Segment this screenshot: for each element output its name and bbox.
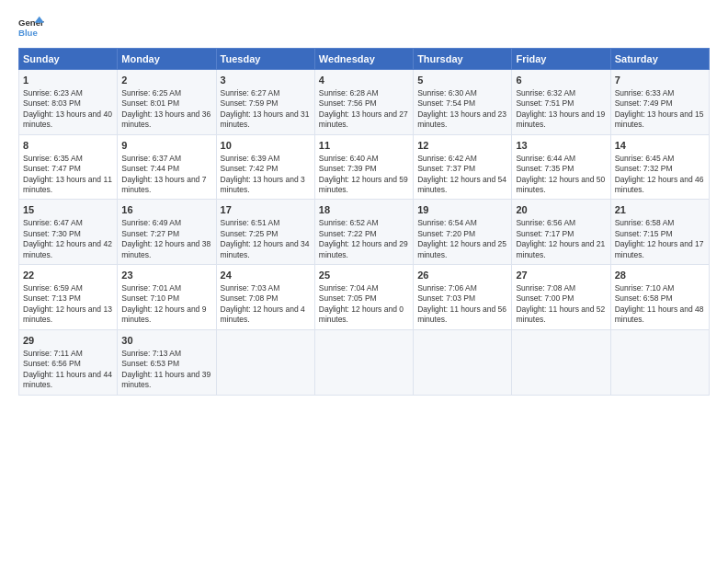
calendar-cell: 4Sunrise: 6:28 AMSunset: 7:56 PMDaylight… [314, 70, 413, 135]
sunset: Sunset: 7:00 PM [516, 293, 574, 303]
svg-text:Blue: Blue [18, 28, 38, 38]
sunrise: Sunrise: 6:54 AM [417, 218, 477, 227]
sunrise: Sunrise: 7:11 AM [23, 349, 83, 358]
day-number: 21 [615, 203, 705, 217]
daylight: Daylight: 13 hours and 3 minutes. [221, 175, 305, 194]
sunrise: Sunrise: 7:03 AM [221, 283, 280, 293]
day-number: 5 [417, 74, 507, 87]
sunrise: Sunrise: 6:47 AM [23, 218, 83, 227]
sunrise: Sunrise: 6:56 AM [516, 218, 575, 227]
week-row-5: 29Sunrise: 7:11 AMSunset: 6:56 PMDayligh… [19, 329, 710, 395]
day-number: 7 [615, 74, 705, 87]
calendar-cell: 27Sunrise: 7:08 AMSunset: 7:00 PMDayligh… [512, 265, 610, 330]
sunrise: Sunrise: 6:52 AM [319, 218, 379, 227]
sunset: Sunset: 7:49 PM [615, 98, 673, 108]
daylight: Daylight: 12 hours and 38 minutes. [121, 239, 210, 259]
calendar-cell: 16Sunrise: 6:49 AMSunset: 7:27 PMDayligh… [118, 200, 216, 265]
sunset: Sunset: 7:17 PM [516, 229, 574, 238]
calendar-cell [610, 329, 709, 395]
sunset: Sunset: 7:30 PM [23, 229, 81, 238]
sunset: Sunset: 7:35 PM [516, 164, 574, 173]
header-monday: Monday [118, 49, 216, 70]
calendar-cell: 6Sunrise: 6:32 AMSunset: 7:51 PMDaylight… [512, 70, 610, 135]
calendar-cell [216, 329, 314, 395]
daylight: Daylight: 12 hours and 17 minutes. [615, 239, 704, 259]
day-number: 2 [121, 74, 211, 87]
sunset: Sunset: 6:58 PM [615, 293, 673, 303]
sunset: Sunset: 7:10 PM [121, 293, 179, 303]
daylight: Daylight: 13 hours and 31 minutes. [221, 109, 310, 129]
header-saturday: Saturday [610, 49, 709, 70]
header-tuesday: Tuesday [216, 49, 314, 70]
daylight: Daylight: 13 hours and 36 minutes. [121, 109, 210, 129]
day-number: 6 [516, 74, 606, 87]
calendar-cell: 25Sunrise: 7:04 AMSunset: 7:05 PMDayligh… [314, 265, 413, 330]
daylight: Daylight: 12 hours and 46 minutes. [615, 175, 704, 194]
sunset: Sunset: 7:56 PM [319, 98, 377, 108]
week-row-1: 1Sunrise: 6:23 AMSunset: 8:03 PMDaylight… [19, 70, 710, 135]
sunset: Sunset: 8:01 PM [121, 98, 179, 108]
daylight: Daylight: 12 hours and 13 minutes. [23, 304, 112, 324]
logo-icon: General Blue [18, 15, 44, 40]
day-number: 28 [615, 269, 705, 282]
calendar-cell: 7Sunrise: 6:33 AMSunset: 7:49 PMDaylight… [610, 70, 709, 135]
day-number: 19 [417, 203, 507, 217]
sunrise: Sunrise: 6:25 AM [121, 88, 181, 98]
sunset: Sunset: 7:59 PM [221, 98, 279, 108]
sunset: Sunset: 7:03 PM [417, 293, 475, 303]
calendar-cell: 23Sunrise: 7:01 AMSunset: 7:10 PMDayligh… [118, 265, 216, 330]
calendar-cell: 21Sunrise: 6:58 AMSunset: 7:15 PMDayligh… [610, 200, 709, 265]
daylight: Daylight: 13 hours and 40 minutes. [23, 109, 112, 129]
sunrise: Sunrise: 7:06 AM [417, 283, 477, 293]
sunrise: Sunrise: 6:27 AM [221, 88, 280, 98]
daylight: Daylight: 11 hours and 52 minutes. [516, 304, 605, 324]
daylight: Daylight: 11 hours and 39 minutes. [121, 370, 210, 389]
day-number: 24 [221, 269, 311, 282]
sunrise: Sunrise: 6:37 AM [121, 154, 181, 163]
calendar-cell: 20Sunrise: 6:56 AMSunset: 7:17 PMDayligh… [512, 200, 610, 265]
calendar-cell: 26Sunrise: 7:06 AMSunset: 7:03 PMDayligh… [414, 265, 512, 330]
sunrise: Sunrise: 6:44 AM [516, 154, 575, 163]
daylight: Daylight: 12 hours and 54 minutes. [417, 175, 506, 194]
sunset: Sunset: 6:56 PM [23, 359, 81, 368]
day-number: 11 [319, 139, 409, 153]
sunset: Sunset: 7:47 PM [23, 164, 81, 173]
calendar-header: SundayMondayTuesdayWednesdayThursdayFrid… [19, 49, 710, 70]
day-number: 14 [615, 139, 705, 153]
calendar-cell: 15Sunrise: 6:47 AMSunset: 7:30 PMDayligh… [19, 200, 118, 265]
sunrise: Sunrise: 6:45 AM [615, 154, 675, 163]
calendar-cell: 9Sunrise: 6:37 AMSunset: 7:44 PMDaylight… [118, 134, 216, 200]
day-number: 27 [516, 269, 606, 282]
calendar-cell: 2Sunrise: 6:25 AMSunset: 8:01 PMDaylight… [118, 70, 216, 135]
week-row-2: 8Sunrise: 6:35 AMSunset: 7:47 PMDaylight… [19, 134, 710, 200]
daylight: Daylight: 12 hours and 25 minutes. [417, 239, 506, 259]
daylight: Daylight: 12 hours and 42 minutes. [23, 239, 112, 259]
day-number: 22 [23, 269, 113, 282]
sunrise: Sunrise: 6:28 AM [319, 88, 379, 98]
calendar-cell: 8Sunrise: 6:35 AMSunset: 7:47 PMDaylight… [19, 134, 118, 200]
daylight: Daylight: 12 hours and 9 minutes. [121, 304, 206, 324]
calendar-cell: 12Sunrise: 6:42 AMSunset: 7:37 PMDayligh… [414, 134, 512, 200]
daylight: Daylight: 12 hours and 59 minutes. [319, 175, 408, 194]
sunset: Sunset: 8:03 PM [23, 98, 81, 108]
calendar-cell: 11Sunrise: 6:40 AMSunset: 7:39 PMDayligh… [314, 134, 413, 200]
calendar-cell: 10Sunrise: 6:39 AMSunset: 7:42 PMDayligh… [216, 134, 314, 200]
sunset: Sunset: 6:53 PM [121, 359, 179, 368]
sunrise: Sunrise: 6:58 AM [615, 218, 675, 227]
calendar-cell: 28Sunrise: 7:10 AMSunset: 6:58 PMDayligh… [610, 265, 709, 330]
calendar-cell: 5Sunrise: 6:30 AMSunset: 7:54 PMDaylight… [414, 70, 512, 135]
sunset: Sunset: 7:37 PM [417, 164, 475, 173]
daylight: Daylight: 13 hours and 7 minutes. [121, 175, 206, 194]
sunset: Sunset: 7:22 PM [319, 229, 377, 238]
sunset: Sunset: 7:44 PM [121, 164, 179, 173]
calendar-body: 1Sunrise: 6:23 AMSunset: 8:03 PMDaylight… [19, 70, 710, 396]
daylight: Daylight: 12 hours and 4 minutes. [221, 304, 305, 324]
sunset: Sunset: 7:25 PM [221, 229, 279, 238]
sunset: Sunset: 7:08 PM [221, 293, 279, 303]
calendar-cell: 22Sunrise: 6:59 AMSunset: 7:13 PMDayligh… [19, 265, 118, 330]
sunset: Sunset: 7:13 PM [23, 293, 81, 303]
day-number: 20 [516, 203, 606, 217]
sunset: Sunset: 7:32 PM [615, 164, 673, 173]
logo: General Blue [18, 15, 44, 40]
sunrise: Sunrise: 6:39 AM [221, 154, 280, 163]
